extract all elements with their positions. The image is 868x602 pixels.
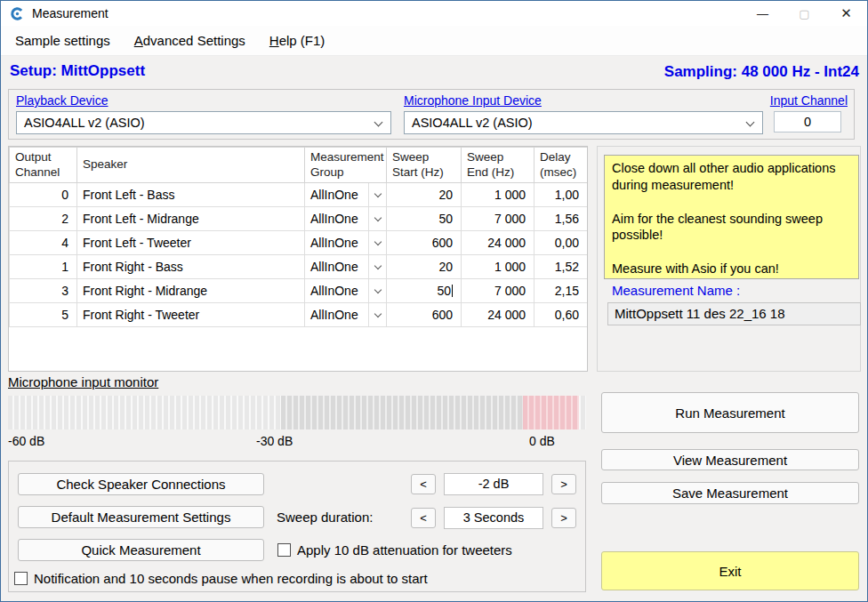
level-value-field[interactable]: -2 dB [444,473,543,495]
speaker-table-rows: 0Front Left - BassAllInOne201 0001,002Fr… [10,183,588,327]
cell-sweep-end[interactable]: 7 000 [462,207,534,231]
col-measurement-group: Measurement Group [305,148,387,183]
cell-sweep-end[interactable]: 7 000 [462,279,534,303]
cell-speaker[interactable]: Front Right - Bass [77,255,305,279]
cell-delay[interactable]: 0,00 [534,231,588,255]
level-decrement-button[interactable]: < [411,474,436,494]
quick-measurement-button[interactable]: Quick Measurement [18,539,264,561]
cell-delay[interactable]: 0,60 [534,303,588,327]
measurement-name-field[interactable]: MittOppsett 11 des 22_16 18 [607,302,861,325]
default-measurement-settings-button[interactable]: Default Measurement Settings [18,506,264,528]
cell-output-channel[interactable]: 2 [10,207,77,231]
level-meter [8,396,586,429]
measurement-group-value: AllInOne [305,236,358,250]
window-title: Measurement [32,6,108,20]
duration-increment-button[interactable]: > [551,508,576,528]
col-speaker: Speaker [77,148,305,183]
run-measurement-button[interactable]: Run Measurement [601,392,859,433]
checkbox-icon[interactable] [277,543,291,557]
measurement-group-dropdown[interactable]: AllInOne [305,183,386,206]
col-output-channel: Output Channel [10,148,77,183]
menu-item-0[interactable]: Sample settings [15,33,110,48]
col-sweep-end: Sweep End (Hz) [462,148,534,183]
table-row: 0Front Left - BassAllInOne201 0001,00 [10,183,588,207]
measurement-name-label: Measurement Name : [612,283,740,298]
cell-sweep-end[interactable]: 24 000 [462,231,534,255]
cell-speaker[interactable]: Front Left - Bass [77,183,305,207]
input-channel-field[interactable]: 0 [774,111,841,132]
measurement-group-dropdown[interactable]: AllInOne [305,255,386,278]
menu-item-2[interactable]: Help (F1) [269,33,326,48]
sweep-duration-label: Sweep duration: [277,510,373,525]
input-channel-link[interactable]: Input Channel [770,93,848,108]
cell-speaker[interactable]: Front Right - Tweeter [77,303,305,327]
cell-output-channel[interactable]: 5 [10,303,77,327]
attenuation-checkbox-label: Apply 10 dB attenuation for tweeters [297,542,512,558]
cell-measurement-group: AllInOne [305,183,387,207]
cell-delay[interactable]: 1,00 [534,183,588,207]
exit-button[interactable]: Exit [601,551,859,590]
microphone-device-value: ASIO4ALL v2 (ASIO) [412,116,533,130]
cell-speaker[interactable]: Front Right - Midrange [77,279,305,303]
playback-device-dropdown[interactable]: ASIO4ALL v2 (ASIO) [16,111,391,134]
speaker-table: Output Channel Speaker Measurement Group… [8,146,588,372]
microphone-device-dropdown[interactable]: ASIO4ALL v2 (ASIO) [404,111,763,134]
menu-item-1[interactable]: Advanced Settings [134,33,245,48]
table-row: 5Front Right - TweeterAllInOne60024 0000… [10,303,588,327]
mic-monitor-label[interactable]: Microphone input monitor [8,374,158,389]
measurement-group-dropdown[interactable]: AllInOne [305,207,386,230]
chevron-down-icon [368,231,386,254]
chevron-down-icon [374,118,383,127]
scale-minus30: -30 dB [256,434,293,448]
measurement-group-dropdown[interactable]: AllInOne [305,279,386,302]
cell-sweep-start[interactable]: 600 [387,303,462,327]
cell-sweep-start[interactable]: 50 [387,207,462,231]
cell-sweep-start[interactable]: 20 [387,255,462,279]
cell-output-channel[interactable]: 3 [10,279,77,303]
checkbox-icon[interactable] [14,572,28,585]
measurement-group-dropdown[interactable]: AllInOne [305,231,386,254]
cell-speaker[interactable]: Front Left - Midrange [77,207,305,231]
cell-sweep-end[interactable]: 1 000 [462,183,534,207]
cell-sweep-start[interactable]: 600 [387,231,462,255]
duration-decrement-button[interactable]: < [411,508,436,528]
chevron-down-icon [368,255,386,278]
notification-checkbox-label: Notification and 10 seconds pause when r… [34,571,428,586]
notification-checkbox[interactable]: Notification and 10 seconds pause when r… [14,571,428,586]
cell-sweep-start[interactable]: 50 [387,279,462,303]
cell-sweep-end[interactable]: 24 000 [462,303,534,327]
text-caret [452,285,453,297]
measurement-group-value: AllInOne [305,308,358,322]
close-icon[interactable]: ✕ [825,1,867,26]
check-speaker-connections-button[interactable]: Check Speaker Connections [18,473,264,495]
cell-sweep-start[interactable]: 20 [387,183,462,207]
level-increment-button[interactable]: > [551,474,576,494]
cell-output-channel[interactable]: 1 [10,255,77,279]
info-panel: Close down all other audio applications … [597,146,861,372]
view-measurement-button[interactable]: View Measurement [601,449,859,470]
attenuation-checkbox[interactable]: Apply 10 dB attenuation for tweeters [277,542,512,558]
duration-value-field[interactable]: 3 Seconds [444,507,543,529]
maximize-icon[interactable]: ▢ [784,1,825,26]
level-meter-red-zone [523,396,580,429]
save-measurement-button[interactable]: Save Measurement [601,482,859,504]
window-controls: — ▢ ✕ [742,1,867,26]
table-header-row: Output Channel Speaker Measurement Group… [10,148,588,183]
cell-delay[interactable]: 1,56 [534,207,588,231]
cell-output-channel[interactable]: 0 [10,183,77,207]
controls-panel: Check Speaker Connections Default Measur… [8,461,586,592]
cell-delay[interactable]: 1,52 [534,255,588,279]
microphone-device-link[interactable]: Microphone Input Device [404,93,542,108]
measurement-group-value: AllInOne [305,188,358,202]
cell-output-channel[interactable]: 4 [10,231,77,255]
playback-device-link[interactable]: Playback Device [16,93,108,108]
measurement-group-dropdown[interactable]: AllInOne [305,303,386,326]
minimize-icon[interactable]: — [742,1,784,26]
cell-sweep-end[interactable]: 1 000 [462,255,534,279]
cell-measurement-group: AllInOne [305,255,387,279]
scale-zero: 0 dB [529,434,555,448]
cell-delay[interactable]: 2,15 [534,279,588,303]
cell-speaker[interactable]: Front Left - Tweeter [77,231,305,255]
table-row: 2Front Left - MidrangeAllInOne507 0001,5… [10,207,588,231]
playback-device-value: ASIO4ALL v2 (ASIO) [24,116,145,130]
